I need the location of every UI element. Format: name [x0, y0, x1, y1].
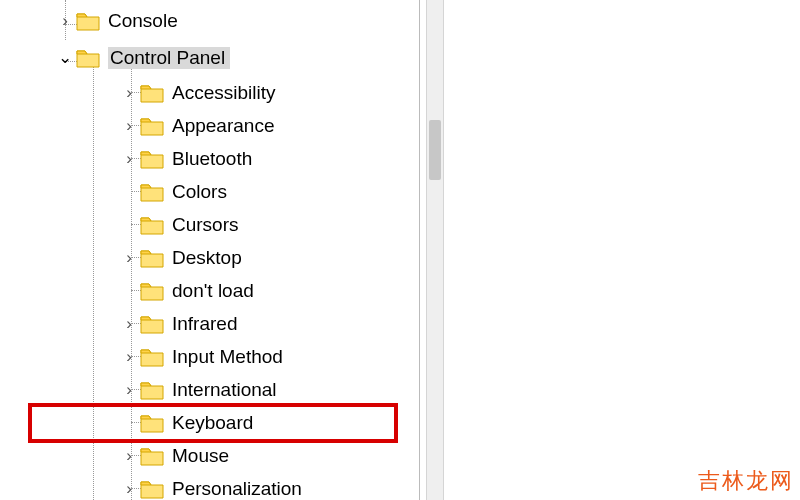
tree-item-label: Keyboard [172, 412, 253, 434]
tree-item-label: Bluetooth [172, 148, 252, 170]
watermark: 吉林龙网 [698, 466, 794, 496]
scroll-thumb[interactable] [429, 120, 441, 180]
chevron-right-icon[interactable]: › [118, 83, 140, 103]
tree-item-cursors[interactable]: Cursors [0, 208, 419, 241]
folder-icon [140, 280, 164, 302]
folder-icon [140, 445, 164, 467]
tree-item-label: Colors [172, 181, 227, 203]
tree-item-mouse[interactable]: ›Mouse [0, 439, 419, 472]
folder-icon [140, 247, 164, 269]
tree-item-label: Mouse [172, 445, 229, 467]
folder-icon [140, 412, 164, 434]
tree-item-console[interactable]: ›Console [0, 2, 419, 39]
chevron-right-icon[interactable]: › [118, 116, 140, 136]
tree-item-bluetooth[interactable]: ›Bluetooth [0, 142, 419, 175]
tree-item-label: International [172, 379, 277, 401]
chevron-right-icon[interactable]: › [118, 314, 140, 334]
folder-icon [140, 82, 164, 104]
tree-item-personalization[interactable]: ›Personalization [0, 472, 419, 500]
chevron-right-icon[interactable]: › [118, 479, 140, 499]
tree-item-colors[interactable]: Colors [0, 175, 419, 208]
tree-item-label: Cursors [172, 214, 239, 236]
tree-item-infrared[interactable]: ›Infrared [0, 307, 419, 340]
folder-icon [140, 346, 164, 368]
folder-icon [140, 379, 164, 401]
chevron-right-icon[interactable]: › [118, 149, 140, 169]
chevron-right-icon[interactable]: › [118, 446, 140, 466]
folder-icon [140, 478, 164, 500]
folder-icon [76, 10, 100, 32]
tree-item-label: Appearance [172, 115, 274, 137]
tree-item-label: don't load [172, 280, 254, 302]
tree-item-label: Console [108, 10, 178, 32]
tree-panel: ›Console⌄Control Panel›Accessibility›App… [0, 0, 420, 500]
folder-icon [140, 214, 164, 236]
chevron-right-icon[interactable]: › [118, 347, 140, 367]
tree-item-label: Personalization [172, 478, 302, 500]
tree-item-label: Infrared [172, 313, 237, 335]
tree-item-desktop[interactable]: ›Desktop [0, 241, 419, 274]
chevron-right-icon[interactable]: › [118, 380, 140, 400]
registry-tree: ›Console⌄Control Panel›Accessibility›App… [0, 0, 419, 500]
chevron-down-icon[interactable]: ⌄ [54, 47, 76, 68]
chevron-right-icon[interactable]: › [54, 11, 76, 31]
folder-icon [140, 148, 164, 170]
tree-item-label: Accessibility [172, 82, 275, 104]
folder-icon [76, 47, 100, 69]
tree-item-label: Control Panel [108, 47, 230, 69]
folder-icon [140, 115, 164, 137]
tree-item-keyboard[interactable]: Keyboard [0, 406, 419, 439]
tree-item-accessibility[interactable]: ›Accessibility [0, 76, 419, 109]
vertical-scrollbar[interactable] [426, 0, 444, 500]
chevron-right-icon[interactable]: › [118, 248, 140, 268]
tree-item-control-panel[interactable]: ⌄Control Panel [0, 39, 419, 76]
folder-icon [140, 181, 164, 203]
tree-item-appearance[interactable]: ›Appearance [0, 109, 419, 142]
tree-item-label: Input Method [172, 346, 283, 368]
tree-item-label: Desktop [172, 247, 242, 269]
tree-item-don-t-load[interactable]: don't load [0, 274, 419, 307]
tree-item-international[interactable]: ›International [0, 373, 419, 406]
tree-item-input-method[interactable]: ›Input Method [0, 340, 419, 373]
folder-icon [140, 313, 164, 335]
